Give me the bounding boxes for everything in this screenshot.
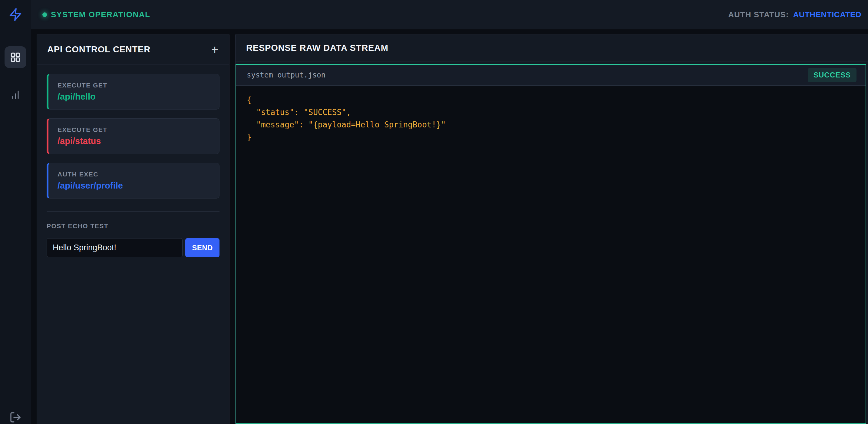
- endpoint-path: /api/status: [58, 136, 210, 146]
- app-logo: [0, 0, 31, 29]
- sidebar-item-metrics[interactable]: [10, 89, 21, 100]
- zap-icon: [8, 7, 22, 22]
- add-endpoint-button[interactable]: +: [211, 43, 218, 56]
- code-line: {: [247, 94, 855, 106]
- sidebar-item-dashboard[interactable]: [4, 46, 26, 68]
- logout-icon: [9, 411, 22, 423]
- endpoint-path: /api/hello: [58, 92, 210, 102]
- response-stream-box: system_output.json SUCCESS { "status": "…: [236, 64, 866, 424]
- code-line: }: [247, 131, 855, 143]
- status-dot-icon: [42, 12, 47, 17]
- send-button[interactable]: SEND: [185, 238, 219, 257]
- grid-icon: [10, 52, 21, 63]
- top-status-bar: SYSTEM OPERATIONAL AUTH STATUS: AUTHENTI…: [31, 0, 868, 29]
- response-panel: RESPONSE RAW DATA STREAM system_output.j…: [235, 34, 868, 424]
- section-divider: [46, 211, 219, 211]
- echo-input[interactable]: [46, 238, 183, 257]
- logout-button[interactable]: [9, 411, 22, 423]
- endpoint-card-hello[interactable]: EXECUTE GET /api/hello: [46, 74, 219, 109]
- bar-chart-icon: [10, 89, 21, 100]
- auth-status-label: AUTH STATUS:: [728, 10, 789, 20]
- main-content: API CONTROL CENTER + EXECUTE GET /api/he…: [31, 29, 868, 424]
- system-status-text: SYSTEM OPERATIONAL: [51, 10, 150, 20]
- endpoint-card-status[interactable]: EXECUTE GET /api/status: [46, 118, 219, 154]
- auth-status-value: AUTHENTICATED: [793, 10, 861, 20]
- code-line: "message": "{payload=Hello SpringBoot!}": [247, 119, 855, 131]
- code-line: "status": "SUCCESS",: [247, 106, 855, 119]
- status-badge: SUCCESS: [808, 68, 857, 82]
- api-control-header: API CONTROL CENTER +: [37, 35, 229, 64]
- response-panel-header: RESPONSE RAW DATA STREAM: [236, 35, 868, 61]
- endpoint-method-label: EXECUTE GET: [58, 126, 210, 133]
- post-echo-label: POST ECHO TEST: [46, 223, 219, 230]
- stream-header: system_output.json SUCCESS: [236, 65, 866, 86]
- output-file-name: system_output.json: [247, 71, 326, 79]
- auth-status: AUTH STATUS: AUTHENTICATED: [728, 10, 861, 20]
- post-echo-row: SEND: [46, 238, 219, 257]
- json-output: { "status": "SUCCESS", "message": "{payl…: [236, 86, 866, 423]
- endpoint-method-label: AUTH EXEC: [58, 171, 210, 178]
- endpoint-method-label: EXECUTE GET: [58, 82, 210, 89]
- icon-rail: [0, 0, 31, 424]
- api-control-panel: API CONTROL CENTER + EXECUTE GET /api/he…: [37, 34, 229, 424]
- response-panel-title: RESPONSE RAW DATA STREAM: [246, 43, 389, 53]
- system-status: SYSTEM OPERATIONAL: [42, 10, 150, 20]
- api-control-body: EXECUTE GET /api/hello EXECUTE GET /api/…: [37, 64, 229, 267]
- endpoint-card-user-profile[interactable]: AUTH EXEC /api/user/profile: [46, 163, 219, 199]
- endpoint-path: /api/user/profile: [58, 181, 210, 191]
- api-control-title: API CONTROL CENTER: [47, 44, 151, 55]
